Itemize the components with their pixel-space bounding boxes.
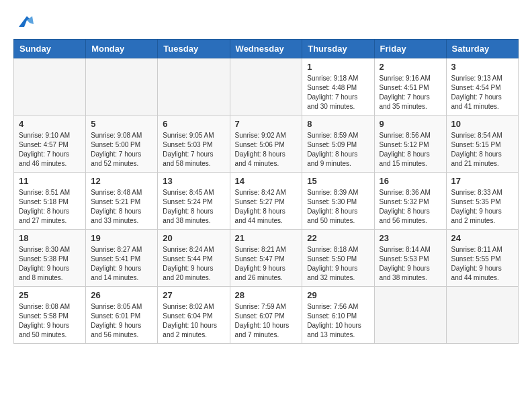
calendar-table: SundayMondayTuesdayWednesdayThursdayFrid… [13, 39, 519, 344]
calendar-cell: 20Sunrise: 8:24 AM Sunset: 5:44 PM Dayli… [158, 230, 230, 287]
weekday-header-monday: Monday [86, 40, 158, 58]
day-info: Sunrise: 7:59 AM Sunset: 6:07 PM Dayligh… [235, 302, 298, 340]
logo [13, 13, 38, 32]
day-info: Sunrise: 8:18 AM Sunset: 5:50 PM Dayligh… [307, 245, 369, 283]
day-info: Sunrise: 8:54 AM Sunset: 5:15 PM Dayligh… [451, 131, 513, 169]
day-info: Sunrise: 8:36 AM Sunset: 5:32 PM Dayligh… [380, 188, 441, 226]
day-info: Sunrise: 8:48 AM Sunset: 5:21 PM Dayligh… [91, 188, 152, 226]
weekday-header-tuesday: Tuesday [158, 40, 230, 58]
day-number: 26 [91, 290, 152, 300]
calendar-cell: 2Sunrise: 9:16 AM Sunset: 4:51 PM Daylig… [374, 58, 446, 116]
day-info: Sunrise: 9:18 AM Sunset: 4:48 PM Dayligh… [307, 74, 369, 111]
weekday-header-thursday: Thursday [302, 40, 374, 58]
day-info: Sunrise: 9:10 AM Sunset: 4:57 PM Dayligh… [19, 131, 81, 169]
calendar-week-row: 4Sunrise: 9:10 AM Sunset: 4:57 PM Daylig… [14, 116, 519, 173]
day-number: 14 [235, 176, 298, 186]
day-number: 9 [380, 119, 441, 129]
calendar-cell [446, 287, 518, 344]
day-number: 1 [307, 62, 369, 72]
weekday-header-friday: Friday [374, 40, 446, 58]
day-info: Sunrise: 8:14 AM Sunset: 5:53 PM Dayligh… [380, 245, 441, 283]
calendar-cell: 12Sunrise: 8:48 AM Sunset: 5:21 PM Dayli… [86, 173, 158, 230]
day-info: Sunrise: 9:16 AM Sunset: 4:51 PM Dayligh… [380, 74, 441, 111]
day-number: 17 [451, 176, 513, 186]
day-info: Sunrise: 8:27 AM Sunset: 5:41 PM Dayligh… [91, 245, 152, 283]
day-number: 19 [91, 233, 152, 243]
day-info: Sunrise: 8:56 AM Sunset: 5:12 PM Dayligh… [380, 131, 441, 169]
calendar-cell: 23Sunrise: 8:14 AM Sunset: 5:53 PM Dayli… [374, 230, 446, 287]
day-info: Sunrise: 9:08 AM Sunset: 5:00 PM Dayligh… [91, 131, 152, 169]
calendar-cell: 18Sunrise: 8:30 AM Sunset: 5:38 PM Dayli… [14, 230, 86, 287]
calendar-cell: 22Sunrise: 8:18 AM Sunset: 5:50 PM Dayli… [302, 230, 374, 287]
day-number: 27 [163, 290, 224, 300]
day-info: Sunrise: 9:05 AM Sunset: 5:03 PM Dayligh… [163, 131, 224, 169]
day-number: 7 [235, 119, 298, 129]
day-info: Sunrise: 8:39 AM Sunset: 5:30 PM Dayligh… [307, 188, 369, 226]
weekday-header-row: SundayMondayTuesdayWednesdayThursdayFrid… [14, 40, 519, 58]
day-info: Sunrise: 9:13 AM Sunset: 4:54 PM Dayligh… [451, 74, 513, 111]
calendar-cell: 26Sunrise: 8:05 AM Sunset: 6:01 PM Dayli… [86, 287, 158, 344]
day-info: Sunrise: 7:56 AM Sunset: 6:10 PM Dayligh… [307, 302, 369, 340]
day-number: 2 [380, 62, 441, 72]
day-info: Sunrise: 8:42 AM Sunset: 5:27 PM Dayligh… [235, 188, 298, 226]
calendar-cell: 14Sunrise: 8:42 AM Sunset: 5:27 PM Dayli… [230, 173, 302, 230]
day-info: Sunrise: 9:02 AM Sunset: 5:06 PM Dayligh… [235, 131, 298, 169]
calendar-cell: 15Sunrise: 8:39 AM Sunset: 5:30 PM Dayli… [302, 173, 374, 230]
calendar-cell: 28Sunrise: 7:59 AM Sunset: 6:07 PM Dayli… [230, 287, 302, 344]
calendar-week-row: 18Sunrise: 8:30 AM Sunset: 5:38 PM Dayli… [14, 230, 519, 287]
day-info: Sunrise: 8:33 AM Sunset: 5:35 PM Dayligh… [451, 188, 513, 226]
day-info: Sunrise: 8:30 AM Sunset: 5:38 PM Dayligh… [19, 245, 81, 283]
day-number: 18 [19, 233, 81, 243]
calendar-cell: 24Sunrise: 8:11 AM Sunset: 5:55 PM Dayli… [446, 230, 518, 287]
calendar-week-row: 25Sunrise: 8:08 AM Sunset: 5:58 PM Dayli… [14, 287, 519, 344]
day-number: 22 [307, 233, 369, 243]
calendar-week-row: 11Sunrise: 8:51 AM Sunset: 5:18 PM Dayli… [14, 173, 519, 230]
calendar-cell: 6Sunrise: 9:05 AM Sunset: 5:03 PM Daylig… [158, 116, 230, 173]
page-header [13, 13, 519, 32]
day-number: 16 [380, 176, 441, 186]
calendar-cell [374, 287, 446, 344]
calendar-cell: 10Sunrise: 8:54 AM Sunset: 5:15 PM Dayli… [446, 116, 518, 173]
calendar-cell: 16Sunrise: 8:36 AM Sunset: 5:32 PM Dayli… [374, 173, 446, 230]
day-number: 20 [163, 233, 224, 243]
calendar-cell [158, 58, 230, 116]
day-number: 15 [307, 176, 369, 186]
calendar-week-row: 1Sunrise: 9:18 AM Sunset: 4:48 PM Daylig… [14, 58, 519, 116]
logo-icon [13, 13, 35, 32]
day-info: Sunrise: 8:02 AM Sunset: 6:04 PM Dayligh… [163, 302, 224, 340]
day-number: 13 [163, 176, 224, 186]
day-number: 21 [235, 233, 298, 243]
day-number: 6 [163, 119, 224, 129]
calendar-cell: 25Sunrise: 8:08 AM Sunset: 5:58 PM Dayli… [14, 287, 86, 344]
calendar-cell: 4Sunrise: 9:10 AM Sunset: 4:57 PM Daylig… [14, 116, 86, 173]
day-number: 12 [91, 176, 152, 186]
day-number: 10 [451, 119, 513, 129]
weekday-header-wednesday: Wednesday [230, 40, 302, 58]
calendar-cell: 9Sunrise: 8:56 AM Sunset: 5:12 PM Daylig… [374, 116, 446, 173]
day-info: Sunrise: 8:59 AM Sunset: 5:09 PM Dayligh… [307, 131, 369, 169]
calendar-cell: 13Sunrise: 8:45 AM Sunset: 5:24 PM Dayli… [158, 173, 230, 230]
day-info: Sunrise: 8:45 AM Sunset: 5:24 PM Dayligh… [163, 188, 224, 226]
calendar-cell: 11Sunrise: 8:51 AM Sunset: 5:18 PM Dayli… [14, 173, 86, 230]
day-number: 4 [19, 119, 81, 129]
day-number: 3 [451, 62, 513, 72]
day-number: 24 [451, 233, 513, 243]
weekday-header-sunday: Sunday [14, 40, 86, 58]
calendar-cell [230, 58, 302, 116]
calendar-cell: 21Sunrise: 8:21 AM Sunset: 5:47 PM Dayli… [230, 230, 302, 287]
day-number: 25 [19, 290, 81, 300]
day-number: 29 [307, 290, 369, 300]
day-info: Sunrise: 8:05 AM Sunset: 6:01 PM Dayligh… [91, 302, 152, 340]
calendar-cell: 27Sunrise: 8:02 AM Sunset: 6:04 PM Dayli… [158, 287, 230, 344]
calendar-cell: 8Sunrise: 8:59 AM Sunset: 5:09 PM Daylig… [302, 116, 374, 173]
calendar-cell: 3Sunrise: 9:13 AM Sunset: 4:54 PM Daylig… [446, 58, 518, 116]
day-number: 28 [235, 290, 298, 300]
day-info: Sunrise: 8:21 AM Sunset: 5:47 PM Dayligh… [235, 245, 298, 283]
day-info: Sunrise: 8:08 AM Sunset: 5:58 PM Dayligh… [19, 302, 81, 340]
calendar-cell: 17Sunrise: 8:33 AM Sunset: 5:35 PM Dayli… [446, 173, 518, 230]
day-number: 23 [380, 233, 441, 243]
calendar-cell: 1Sunrise: 9:18 AM Sunset: 4:48 PM Daylig… [302, 58, 374, 116]
calendar-cell: 29Sunrise: 7:56 AM Sunset: 6:10 PM Dayli… [302, 287, 374, 344]
calendar-cell: 19Sunrise: 8:27 AM Sunset: 5:41 PM Dayli… [86, 230, 158, 287]
calendar-cell [14, 58, 86, 116]
